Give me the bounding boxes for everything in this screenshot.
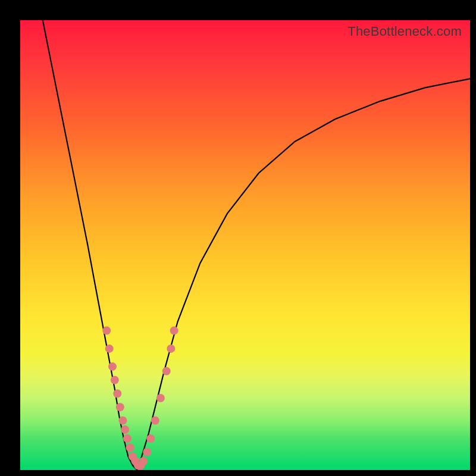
marker-dot [139, 457, 148, 465]
marker-dot [170, 327, 178, 335]
marker-dot [105, 345, 114, 353]
marker-dot [156, 394, 165, 402]
marker-dot [167, 345, 175, 353]
marker-dot [116, 403, 124, 411]
curve-layer [20, 20, 470, 470]
curve-left [43, 20, 137, 470]
marker-dot [118, 416, 127, 425]
marker-group [102, 327, 178, 470]
marker-dot [146, 434, 155, 443]
marker-dot [111, 376, 119, 384]
marker-dot [143, 448, 151, 456]
marker-dot [151, 416, 159, 425]
marker-dot [102, 327, 111, 335]
curve-right [137, 79, 470, 470]
marker-dot [123, 434, 131, 443]
chart-frame: TheBottleneck.com [0, 0, 476, 476]
plot-area: TheBottleneck.com [20, 20, 470, 470]
marker-dot [108, 362, 117, 371]
marker-dot [162, 367, 171, 375]
marker-dot [121, 425, 129, 434]
marker-dot [126, 443, 134, 452]
marker-dot [113, 390, 121, 398]
